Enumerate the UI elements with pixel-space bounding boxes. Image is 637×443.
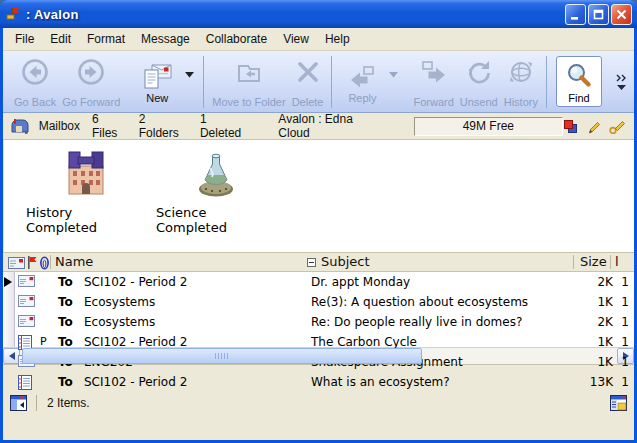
menubar: File Edit Format Message Collaborate Vie… [3, 28, 634, 51]
message-row[interactable]: To Ecosystems Re(3): A question about ec… [3, 292, 634, 312]
column-separator[interactable] [50, 255, 51, 269]
menu-file[interactable]: File [7, 30, 42, 48]
column-header-size[interactable]: Size [580, 253, 607, 271]
message-column-icon[interactable] [8, 257, 25, 269]
menu-collaborate[interactable]: Collaborate [198, 30, 275, 48]
infobar-location: Mailbox [39, 119, 80, 133]
reply-icon [346, 62, 378, 92]
forward-button[interactable]: Forward [410, 53, 456, 111]
infobar-account: Avalon : Edna Cloud [278, 112, 385, 140]
folder-icon-pane: History Completed Science Completed [3, 140, 634, 252]
science-flask-icon [190, 148, 242, 200]
history-button[interactable]: History [501, 53, 541, 111]
go-back-button[interactable]: Go Back [11, 53, 59, 111]
row-size: 1K [569, 332, 613, 352]
pane-layout-icon[interactable] [610, 395, 627, 411]
row-to: To [58, 312, 73, 332]
unsend-icon [464, 57, 494, 87]
row-name: SCI102 - Period 2 [84, 372, 187, 392]
maximize-icon [592, 8, 605, 21]
new-label: New [146, 92, 168, 104]
list-header: Name Subject Size l [3, 252, 634, 272]
infobar-deleted: 1 Deleted [200, 112, 250, 140]
toolbar-separator [331, 56, 332, 108]
move-to-folder-label: Move to Folder [212, 96, 285, 108]
row-size: 2K [569, 312, 613, 332]
reply-button[interactable]: Reply [343, 58, 381, 107]
row-clipped: 1 [621, 292, 629, 312]
row-to: To [58, 272, 73, 292]
new-dropdown-icon[interactable] [185, 72, 194, 78]
menu-format[interactable]: Format [79, 30, 133, 48]
reply-dropdown-icon[interactable] [389, 72, 398, 78]
forward-icon [418, 57, 450, 87]
key-pencil-icon[interactable] [609, 119, 626, 134]
toolbar-separator [203, 56, 204, 108]
delete-label: Delete [292, 96, 324, 108]
minimize-button[interactable] [565, 4, 586, 25]
app-window: : Avalon File Edit Format Message Collab… [0, 0, 637, 443]
minimize-icon [569, 8, 582, 21]
forward-label: Forward [413, 96, 453, 108]
delete-icon [293, 57, 323, 87]
row-clipped: 1 [621, 372, 629, 392]
pencil-icon[interactable] [587, 119, 600, 134]
unsend-button[interactable]: Unsend [457, 53, 501, 111]
desktop-icon-science-completed[interactable]: Science Completed [156, 148, 276, 252]
row-name: Ecosystems [84, 312, 155, 332]
collapse-pane-icon[interactable] [10, 395, 27, 411]
row-to: To [58, 372, 73, 392]
envelope-message-icon [18, 315, 35, 327]
menu-edit[interactable]: Edit [42, 30, 79, 48]
collapse-subject-icon[interactable] [307, 258, 316, 267]
go-forward-button[interactable]: Go Forward [59, 53, 123, 111]
message-list: To SCI102 - Period 2 Dr. appt Monday 2K … [3, 272, 634, 347]
message-row[interactable]: To SCI102 - Period 2 What is an ecosyste… [3, 372, 634, 392]
row-clipped: 1 [621, 312, 629, 332]
row-name: Ecosystems [84, 292, 155, 312]
envelope-message-icon [18, 295, 35, 307]
row-subject: Dr. appt Monday [311, 272, 567, 292]
unsend-label: Unsend [460, 96, 498, 108]
column-separator[interactable] [573, 255, 574, 269]
desktop-icon-history-completed[interactable]: History Completed [26, 148, 146, 252]
message-row[interactable]: To Ecosystems Re: Do people really live … [3, 312, 634, 332]
move-to-folder-button[interactable]: Move to Folder [209, 53, 288, 111]
menu-help[interactable]: Help [317, 30, 358, 48]
column-header-name[interactable]: Name [55, 253, 93, 271]
row-clipped: 1 [621, 272, 629, 292]
row-subject: What is an ecosystem? [311, 372, 567, 392]
desktop-icon-label: History Completed [26, 205, 146, 235]
menu-view[interactable]: View [275, 30, 317, 48]
menu-message[interactable]: Message [133, 30, 198, 48]
delete-button[interactable]: Delete [289, 53, 327, 111]
flag-column-icon[interactable] [27, 256, 37, 269]
maximize-button[interactable] [588, 4, 609, 25]
close-button[interactable] [611, 4, 632, 25]
new-button[interactable]: New [137, 57, 177, 107]
row-subject: Re: Do people really live in domes? [311, 312, 567, 332]
row-size: 13K [569, 372, 613, 392]
find-icon [564, 61, 594, 91]
status-divider [36, 395, 37, 411]
toolbar-separator [546, 56, 547, 108]
items-count: 2 Items. [47, 396, 90, 410]
toolbar-overflow-button[interactable] [613, 53, 630, 111]
attachment-column-icon[interactable] [39, 256, 50, 270]
column-header-subject[interactable]: Subject [321, 253, 370, 271]
go-forward-icon [76, 57, 106, 87]
window-title: : Avalon [26, 7, 563, 22]
mailbox-icon [11, 118, 31, 135]
row-subject: Re(3): A question about ecosystems [311, 292, 567, 312]
scrollbar-thumb[interactable] [22, 348, 422, 364]
move-to-folder-icon [234, 57, 264, 87]
toolbar-overflow-down-icon [617, 85, 626, 90]
titlebar[interactable]: : Avalon [0, 0, 637, 28]
go-back-icon [20, 57, 50, 87]
column-separator[interactable] [610, 255, 611, 269]
column-header-clipped[interactable]: l [615, 253, 619, 271]
view-layers-icon[interactable] [563, 119, 578, 134]
find-button[interactable]: Find [556, 56, 602, 107]
message-row[interactable]: To SCI102 - Period 2 Dr. appt Monday 2K … [3, 272, 634, 292]
window-content: File Edit Format Message Collaborate Vie… [3, 28, 634, 440]
